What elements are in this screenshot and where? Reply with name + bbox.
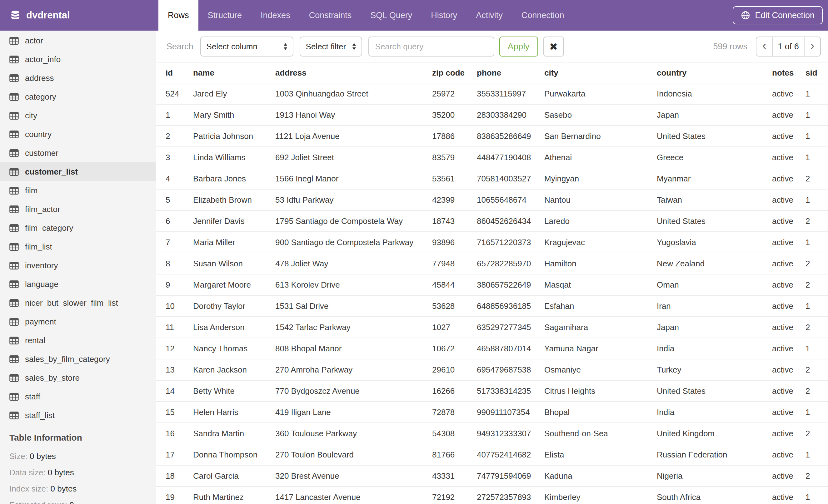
edit-connection-button[interactable]: Edit Connection bbox=[733, 6, 823, 25]
sidebar-item-nicer_but_slower_film_list[interactable]: nicer_but_slower_film_list bbox=[0, 293, 156, 312]
table-row[interactable]: 4Barbara Jones1566 Inegl Manor5356170581… bbox=[156, 168, 828, 189]
column-header-phone[interactable]: phone bbox=[477, 63, 544, 83]
table-cell: 1 bbox=[156, 104, 193, 126]
table-row[interactable]: 16Sandra Martin360 Toulouse Parkway54308… bbox=[156, 423, 828, 444]
table-cell: active bbox=[772, 359, 805, 380]
tab-structure[interactable]: Structure bbox=[198, 0, 251, 31]
tab-indexes[interactable]: Indexes bbox=[251, 0, 300, 31]
table-row[interactable]: 11Lisa Anderson1542 Tarlac Parkway102763… bbox=[156, 317, 828, 338]
table-cell: 1913 Hanoi Way bbox=[275, 104, 432, 126]
filter-select[interactable]: Select filter bbox=[300, 37, 362, 56]
tab-sql-query[interactable]: SQL Query bbox=[361, 0, 421, 31]
table-row[interactable]: 18Carol Garcia320 Brest Avenue4333174779… bbox=[156, 465, 828, 487]
table-cell: active bbox=[772, 274, 805, 295]
table-cell: 716571220373 bbox=[477, 232, 544, 253]
column-header-id[interactable]: id bbox=[156, 63, 193, 83]
tab-history[interactable]: History bbox=[421, 0, 466, 31]
table-row[interactable]: 524Jared Ely1003 Qinhuangdao Street25972… bbox=[156, 83, 828, 104]
table-icon bbox=[9, 149, 19, 157]
column-header-notes[interactable]: notes bbox=[772, 63, 805, 83]
table-row[interactable]: 1Mary Smith1913 Hanoi Way352002830338429… bbox=[156, 104, 828, 126]
table-icon bbox=[9, 337, 19, 345]
table-cell: 1795 Santiago de Compostela Way bbox=[275, 211, 432, 232]
sidebar-item-inventory[interactable]: inventory bbox=[0, 256, 156, 275]
table-row[interactable]: 15Helen Harris419 Iligan Lane72878990911… bbox=[156, 402, 828, 423]
clear-filter-button[interactable]: ✖ bbox=[543, 37, 564, 56]
table-cell: Jared Ely bbox=[193, 83, 275, 104]
sidebar-item-customer[interactable]: customer bbox=[0, 144, 156, 163]
tab-constraints[interactable]: Constraints bbox=[300, 0, 361, 31]
table-cell: active bbox=[772, 232, 805, 253]
table-info-label: Data size: bbox=[9, 468, 46, 477]
sidebar-item-sales_by_film_category[interactable]: sales_by_film_category bbox=[0, 350, 156, 368]
next-page-button[interactable]: › bbox=[804, 37, 820, 56]
column-header-sid[interactable]: sid bbox=[805, 63, 828, 83]
table-row[interactable]: 12Nancy Thomas808 Bhopal Manor1067246588… bbox=[156, 338, 828, 359]
sidebar-item-film_list[interactable]: film_list bbox=[0, 237, 156, 256]
table-cell: 18743 bbox=[432, 211, 477, 232]
table-icon bbox=[9, 112, 19, 120]
sidebar-item-category[interactable]: category bbox=[0, 87, 156, 106]
table-info-line: Size: 0 bytes bbox=[9, 452, 156, 461]
column-select[interactable]: Select column bbox=[200, 37, 293, 56]
sidebar-item-film_actor[interactable]: film_actor bbox=[0, 200, 156, 219]
table-cell: 1121 Loja Avenue bbox=[275, 126, 432, 147]
table-information-rows: Size: 0 bytesData size: 0 bytesIndex siz… bbox=[9, 452, 156, 504]
table-icon bbox=[9, 355, 19, 363]
table-cell: Mary Smith bbox=[193, 104, 275, 126]
table-row[interactable]: 17Donna Thompson270 Toulon Boulevard8176… bbox=[156, 444, 828, 465]
table-cell: Southend-on-Sea bbox=[544, 423, 657, 444]
sidebar-item-actor[interactable]: actor bbox=[0, 31, 156, 50]
tab-activity[interactable]: Activity bbox=[466, 0, 512, 31]
table-row[interactable]: 7Maria Miller900 Santiago de Compostela … bbox=[156, 232, 828, 253]
sidebar-item-city[interactable]: city bbox=[0, 106, 156, 125]
table-row[interactable]: 9Margaret Moore613 Korolev Drive45844380… bbox=[156, 274, 828, 295]
sidebar-item-actor_info[interactable]: actor_info bbox=[0, 50, 156, 69]
sidebar-item-staff[interactable]: staff bbox=[0, 387, 156, 406]
table-cell: active bbox=[772, 402, 805, 423]
table-cell: 448477190408 bbox=[477, 147, 544, 168]
tab-connection[interactable]: Connection bbox=[512, 0, 574, 31]
table-row[interactable]: 5Elizabeth Brown53 Idfu Parkway423991065… bbox=[156, 189, 828, 211]
table-icon bbox=[9, 299, 19, 307]
column-header-zip-code[interactable]: zip code bbox=[432, 63, 477, 83]
sidebar-item-film_category[interactable]: film_category bbox=[0, 219, 156, 237]
sidebar-item-label: film_actor bbox=[25, 204, 60, 214]
previous-page-button[interactable]: ‹ bbox=[756, 37, 772, 56]
table-cell: 1417 Lancaster Avenue bbox=[275, 487, 432, 504]
table-cell: Japan bbox=[657, 104, 772, 126]
column-header-country[interactable]: country bbox=[657, 63, 772, 83]
sidebar-item-label: customer bbox=[25, 148, 58, 158]
table-row[interactable]: 14Betty White770 Bydgoszcz Avenue1626651… bbox=[156, 380, 828, 402]
sidebar-item-staff_list[interactable]: staff_list bbox=[0, 406, 156, 425]
sidebar-item-customer_list[interactable]: customer_list bbox=[0, 163, 156, 181]
sidebar-item-film[interactable]: film bbox=[0, 181, 156, 200]
table-cell: Sagamihara bbox=[544, 317, 657, 338]
sidebar-item-rental[interactable]: rental bbox=[0, 331, 156, 350]
table-row[interactable]: 6Jennifer Davis1795 Santiago de Composte… bbox=[156, 211, 828, 232]
column-header-address[interactable]: address bbox=[275, 63, 432, 83]
sidebar-item-country[interactable]: country bbox=[0, 125, 156, 144]
table-info-label: Estimated rows: bbox=[9, 500, 67, 504]
table-row[interactable]: 13Karen Jackson270 Amroha Parkway2961069… bbox=[156, 359, 828, 380]
table-row[interactable]: 2Patricia Johnson1121 Loja Avenue1788683… bbox=[156, 126, 828, 147]
sidebar-item-language[interactable]: language bbox=[0, 275, 156, 293]
table-cell: 6 bbox=[156, 211, 193, 232]
column-header-city[interactable]: city bbox=[544, 63, 657, 83]
table-row[interactable]: 8Susan Wilson478 Joliet Way7794865728228… bbox=[156, 253, 828, 274]
sidebar-item-address[interactable]: address bbox=[0, 69, 156, 87]
table-row[interactable]: 3Linda Williams692 Joliet Street83579448… bbox=[156, 147, 828, 168]
sidebar-item-payment[interactable]: payment bbox=[0, 312, 156, 331]
table-cell: Helen Harris bbox=[193, 402, 275, 423]
table-cell: 35200 bbox=[432, 104, 477, 126]
sidebar-item-sales_by_store[interactable]: sales_by_store bbox=[0, 368, 156, 387]
sidebar-item-label: address bbox=[25, 74, 54, 83]
tab-rows[interactable]: Rows bbox=[158, 0, 198, 31]
table-cell: 1003 Qinhuangdao Street bbox=[275, 83, 432, 104]
search-query-input[interactable] bbox=[368, 37, 494, 56]
sidebar-item-label: film bbox=[25, 186, 38, 195]
column-header-name[interactable]: name bbox=[193, 63, 275, 83]
table-row[interactable]: 10Dorothy Taylor1531 Sal Drive5362864885… bbox=[156, 295, 828, 317]
apply-button[interactable]: Apply bbox=[499, 37, 538, 56]
table-row[interactable]: 19Ruth Martinez1417 Lancaster Avenue7219… bbox=[156, 487, 828, 504]
